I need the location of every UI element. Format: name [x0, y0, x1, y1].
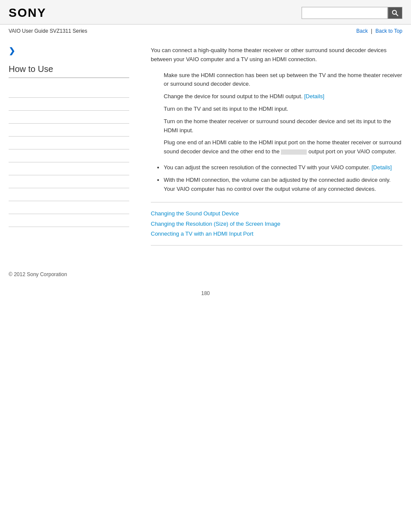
- related-link-3[interactable]: Connecting a TV with an HDMI Input Port: [151, 229, 402, 239]
- sidebar-link[interactable]: [9, 192, 10, 198]
- related-section: Changing the Sound Output Device Changin…: [151, 202, 402, 245]
- sidebar-link[interactable]: [9, 127, 10, 133]
- note-1-details-link[interactable]: [Details]: [372, 164, 392, 171]
- steps-list: Make sure the HDMI connection has been s…: [159, 71, 402, 156]
- guide-title: VAIO User Guide SVZ1311 Series: [9, 28, 87, 34]
- list-item[interactable]: [9, 85, 129, 98]
- list-item[interactable]: [9, 201, 129, 214]
- notes-list: You can adjust the screen resolution of …: [164, 163, 402, 193]
- note-1: You can adjust the screen resolution of …: [164, 163, 402, 172]
- related-link-2[interactable]: Changing the Resolution (Size) of the Sc…: [151, 219, 402, 229]
- list-item[interactable]: [9, 175, 129, 188]
- back-link[interactable]: Back: [356, 28, 368, 34]
- sidebar-link[interactable]: [9, 166, 10, 172]
- sidebar-link[interactable]: [9, 101, 10, 107]
- note-2: With the HDMI connection, the volume can…: [164, 176, 402, 194]
- inline-blank: [281, 149, 307, 155]
- sidebar-link[interactable]: [9, 114, 10, 120]
- sidebar: ❯ How to Use: [9, 37, 138, 263]
- search-button[interactable]: [388, 7, 402, 19]
- separator: |: [371, 28, 372, 34]
- page-number: 180: [0, 286, 411, 305]
- step-5: Plug one end of an HDMI cable to the HDM…: [159, 138, 402, 156]
- search-input[interactable]: [302, 7, 388, 19]
- list-item[interactable]: [9, 124, 129, 137]
- list-item[interactable]: [9, 162, 129, 175]
- step-4-text: Turn on the home theater receiver or sur…: [164, 118, 391, 134]
- breadcrumb-bar: VAIO User Guide SVZ1311 Series Back | Ba…: [0, 25, 411, 37]
- nav-links: Back | Back to Top: [356, 28, 402, 34]
- list-item[interactable]: [9, 149, 129, 162]
- step-4: Turn on the home theater receiver or sur…: [159, 117, 402, 135]
- step-1-text: Make sure the HDMI connection has been s…: [164, 72, 402, 87]
- main-content: ❯ How to Use You can connect a high-qual…: [0, 37, 411, 263]
- step-2-text: Change the device for sound output to th…: [164, 93, 304, 100]
- sidebar-link[interactable]: [9, 218, 10, 224]
- list-item[interactable]: [9, 137, 129, 149]
- sidebar-chevron: ❯: [9, 46, 129, 56]
- svg-line-1: [396, 14, 398, 16]
- step-1: Make sure the HDMI connection has been s…: [159, 71, 402, 89]
- back-to-top-link[interactable]: Back to Top: [376, 28, 402, 34]
- sidebar-title: How to Use: [9, 64, 129, 78]
- list-item[interactable]: [9, 214, 129, 227]
- copyright: © 2012 Sony Corporation: [9, 271, 67, 277]
- header: SONY: [0, 0, 411, 25]
- sidebar-link[interactable]: [9, 88, 10, 94]
- content-intro: You can connect a high-quality home thea…: [151, 46, 402, 64]
- note-2-text: With the HDMI connection, the volume can…: [164, 177, 391, 192]
- search-area: [302, 7, 402, 19]
- sidebar-link[interactable]: [9, 153, 10, 159]
- list-item[interactable]: [9, 188, 129, 201]
- search-icon: [392, 9, 399, 16]
- related-link-1[interactable]: Changing the Sound Output Device: [151, 208, 402, 218]
- list-item[interactable]: [9, 98, 129, 111]
- sony-logo: SONY: [9, 6, 46, 20]
- sidebar-links: [9, 85, 129, 227]
- step-3: Turn on the TV and set its input to the …: [159, 105, 402, 114]
- svg-point-0: [392, 10, 396, 14]
- footer: © 2012 Sony Corporation: [0, 263, 411, 286]
- sidebar-link[interactable]: [9, 179, 10, 185]
- content-area: You can connect a high-quality home thea…: [138, 37, 402, 263]
- step-3-text: Turn on the TV and set its input to the …: [164, 106, 288, 112]
- list-item[interactable]: [9, 111, 129, 124]
- sidebar-link[interactable]: [9, 205, 10, 211]
- step-2: Change the device for sound output to th…: [159, 92, 402, 101]
- sidebar-link[interactable]: [9, 140, 10, 146]
- note-1-text: You can adjust the screen resolution of …: [164, 164, 372, 171]
- step-5-text-after: output port on your VAIO computer.: [307, 148, 396, 155]
- step-2-details-link[interactable]: [Details]: [304, 93, 324, 100]
